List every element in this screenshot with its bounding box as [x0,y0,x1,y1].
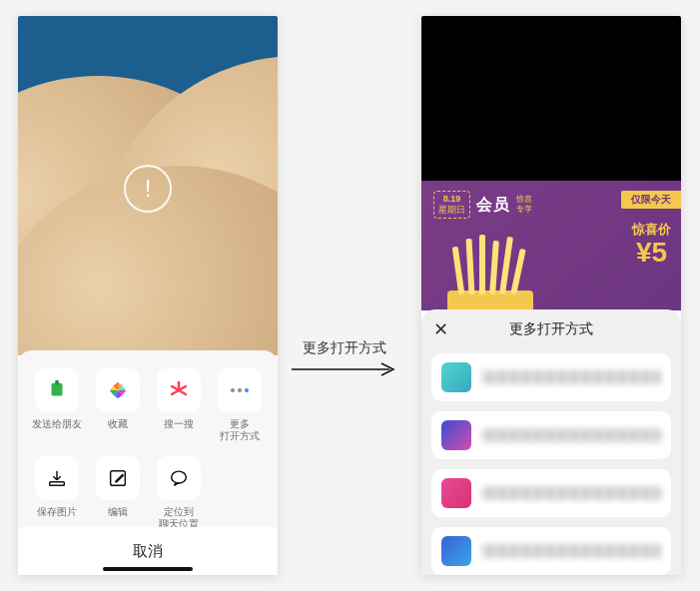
svg-point-16 [171,471,186,483]
sheet-header: ✕ 更多打开方式 [421,309,681,349]
arrow-icon [290,361,399,377]
app-label-blurred [481,428,661,442]
app-option[interactable] [431,353,671,401]
video-area [421,16,681,181]
photo-background: ! [18,16,278,355]
label: 发送给朋友 [32,418,82,430]
app-label-blurred [481,544,661,558]
action-sheet: 发送给朋友 收藏 搜一搜 更多 打开方式 [18,350,278,575]
svg-rect-0 [51,383,62,396]
favorite-icon [96,368,140,412]
label: 更多 打开方式 [220,418,260,442]
app-icon [441,420,471,450]
favorite-button[interactable]: 收藏 [87,368,148,442]
app-option[interactable] [431,527,671,575]
app-icon [441,362,471,392]
fries-graphic [447,253,533,310]
price-block: 惊喜价 ¥5 [632,221,671,267]
date-badge: 8.19 星期日 [433,191,470,219]
label: 搜一搜 [164,418,194,430]
badge-sub: 惊喜 专享 [516,195,532,215]
phone-left: ! 发送给朋友 收藏 搜一搜 [18,16,278,575]
app-option[interactable] [431,469,671,517]
app-icon [441,478,471,508]
svg-point-12 [238,388,242,392]
sheet-title: 更多打开方式 [509,320,593,338]
locate-chat-icon [157,456,201,500]
open-with-sheet: ✕ 更多打开方式 [421,309,681,575]
close-icon[interactable]: ✕ [433,320,448,338]
today-only-ribbon: 仅限今天 [621,191,681,209]
label: 编辑 [108,506,128,518]
app-option[interactable] [431,411,671,459]
member-badge: 8.19 星期日 会员 惊喜 专享 [433,191,532,219]
label: 保存图片 [37,506,77,518]
send-friend-icon [35,368,79,412]
badge-title: 会员 [476,195,510,216]
image-error-icon: ! [124,165,172,213]
edit-button[interactable]: 编辑 [87,456,148,530]
download-icon [35,456,79,500]
search-button[interactable]: 搜一搜 [148,368,209,442]
send-to-friend-button[interactable]: 发送给朋友 [26,368,87,442]
action-grid: 发送给朋友 收藏 搜一搜 更多 打开方式 [18,350,278,530]
svg-rect-1 [55,380,59,385]
price-value: ¥5 [632,239,671,267]
more-open-with-button[interactable]: 更多 打开方式 [209,368,270,442]
flow-arrow: 更多打开方式 [290,339,399,377]
svg-rect-14 [49,482,64,486]
arrow-label: 更多打开方式 [303,339,386,357]
label: 收藏 [108,418,128,430]
more-icon [218,368,262,412]
home-indicator [103,567,193,571]
app-label-blurred [481,370,661,384]
phone-right: 8.19 星期日 会员 惊喜 专享 仅限今天 惊喜价 ¥5 ✕ 更多打开方式 [421,16,681,575]
svg-point-13 [245,388,249,392]
edit-icon [96,456,140,500]
app-list [421,349,681,575]
svg-point-11 [231,388,235,392]
promo-banner: 8.19 星期日 会员 惊喜 专享 仅限今天 惊喜价 ¥5 [421,181,681,310]
app-label-blurred [481,486,661,500]
locate-in-chat-button[interactable]: 定位到 聊天位置 [148,456,209,530]
save-image-button[interactable]: 保存图片 [26,456,87,530]
search-star-icon [157,368,201,412]
app-icon [441,536,471,566]
